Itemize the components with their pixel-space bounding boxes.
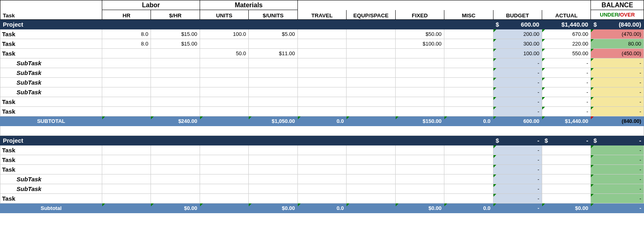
cell-equip[interactable] [347,68,395,78]
cell-empty[interactable] [297,145,346,155]
cell-balance[interactable]: - [591,184,644,194]
task-label[interactable]: Task [0,39,102,49]
subtask-label[interactable]: SubTask [0,184,102,194]
cell-units[interactable] [200,97,248,107]
cell-equip[interactable] [347,58,395,68]
cell-fixed[interactable]: $50.00 [395,29,444,39]
cell-balance[interactable]: 80.00 [591,39,644,49]
cell-empty[interactable] [395,174,444,184]
cell-actual[interactable]: - [542,107,590,116]
cell-empty[interactable] [444,165,493,174]
project-budget[interactable]: $600.00 [493,20,542,29]
cell-units[interactable] [200,107,248,116]
table-row[interactable]: Task-- [0,194,644,204]
cell-empty[interactable] [102,155,151,165]
cell-empty[interactable] [151,184,200,194]
subtask-label[interactable]: SubTask [0,58,102,68]
cell-empty[interactable] [395,155,444,165]
cell-actual[interactable]: 670.00 [542,29,590,39]
table-row[interactable]: Task8.0$15.00100.0$5.00$50.00200.00670.0… [0,29,644,39]
cell-travel[interactable] [297,78,346,87]
cell-misc[interactable] [444,87,493,97]
cell-empty[interactable] [249,184,297,194]
cell-hr[interactable] [102,107,151,116]
table-row[interactable]: Task--- [0,97,644,107]
cell-empty[interactable] [444,155,493,165]
cell-actual[interactable]: - [542,97,590,107]
cell-budget[interactable]: - [493,97,542,107]
cell-empty[interactable] [102,165,151,174]
cell-travel[interactable] [297,49,346,58]
cell-hr[interactable] [102,97,151,107]
cell-units[interactable] [200,87,248,97]
cell-empty[interactable] [297,194,346,204]
cell-dpunits[interactable] [249,78,297,87]
project-row[interactable]: Project $600.00 $1,440.00 $(840.00) [0,20,644,29]
cell-equip[interactable] [347,87,395,97]
cell-units[interactable] [200,78,248,87]
cell-actual[interactable] [542,194,590,204]
subtask-label[interactable]: SubTask [0,87,102,97]
cell-dphr[interactable] [151,87,200,97]
table-row[interactable]: SubTask--- [0,78,644,87]
cell-empty[interactable] [297,155,346,165]
task-label[interactable]: Task [0,145,102,155]
cell-equip[interactable] [347,49,395,58]
cell-empty[interactable] [297,174,346,184]
cell-budget[interactable]: - [493,78,542,87]
cell-misc[interactable] [444,97,493,107]
cell-balance[interactable]: - [591,97,644,107]
cell-fixed[interactable]: $100.00 [395,39,444,49]
cell-dpunits[interactable]: $11.00 [249,49,297,58]
cell-actual[interactable]: - [542,78,590,87]
cell-empty[interactable] [347,165,395,174]
cell-empty[interactable] [347,194,395,204]
cell-empty[interactable] [297,165,346,174]
cell-misc[interactable] [444,68,493,78]
cell-dpunits[interactable] [249,58,297,68]
cell-units[interactable]: 50.0 [200,49,248,58]
cell-units[interactable]: 100.0 [200,29,248,39]
cell-actual[interactable] [542,184,590,194]
cell-dphr[interactable] [151,68,200,78]
cell-balance[interactable]: - [591,145,644,155]
cell-dphr[interactable] [151,107,200,116]
cell-budget[interactable]: 100.00 [493,49,542,58]
cell-empty[interactable] [151,174,200,184]
cell-budget[interactable]: - [493,87,542,97]
cell-fixed[interactable] [395,68,444,78]
cell-empty[interactable] [151,145,200,155]
cell-actual[interactable]: - [542,68,590,78]
table-row[interactable]: SubTask-- [0,174,644,184]
table-row[interactable]: Task-- [0,145,644,155]
cell-travel[interactable] [297,29,346,39]
cell-empty[interactable] [102,184,151,194]
cell-empty[interactable] [444,145,493,155]
cell-empty[interactable] [102,145,151,155]
cell-actual[interactable]: - [542,87,590,97]
cell-actual[interactable] [542,174,590,184]
table-row[interactable]: SubTask--- [0,68,644,78]
task-label[interactable]: Task [0,165,102,174]
cell-dphr[interactable]: $15.00 [151,39,200,49]
cell-balance[interactable]: - [591,87,644,97]
project-label[interactable]: Project [0,136,493,145]
cell-empty[interactable] [200,155,248,165]
cell-hr[interactable] [102,68,151,78]
cell-travel[interactable] [297,97,346,107]
table-row[interactable]: Task-- [0,165,644,174]
cell-empty[interactable] [395,165,444,174]
cell-budget[interactable]: - [493,155,542,165]
cell-fixed[interactable] [395,49,444,58]
cell-travel[interactable] [297,107,346,116]
subtask-label[interactable]: SubTask [0,174,102,184]
cell-empty[interactable] [347,145,395,155]
cell-budget[interactable]: - [493,58,542,68]
cell-fixed[interactable] [395,58,444,68]
cell-dphr[interactable] [151,97,200,107]
cell-fixed[interactable] [395,78,444,87]
cell-units[interactable] [200,68,248,78]
cell-budget[interactable]: 300.00 [493,39,542,49]
cell-empty[interactable] [347,184,395,194]
project-balance[interactable]: $(840.00) [591,20,644,29]
